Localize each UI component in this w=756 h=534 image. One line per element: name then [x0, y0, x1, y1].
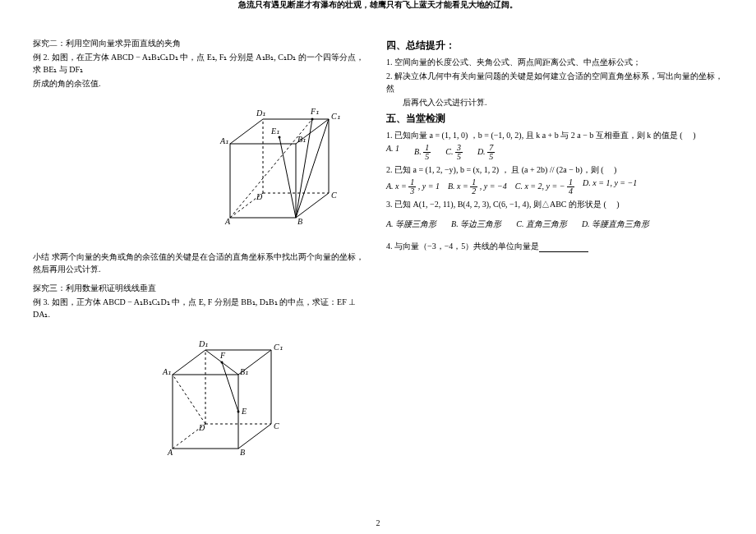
q1-optC-den: 5	[455, 153, 463, 161]
cube-figure-2: A B C D A₁ B₁ C₁ D₁ E F	[148, 325, 296, 473]
q3-stem-a: 3. 已知 A(1, −2, 11), B(4, 2, 3), C(6, −1,…	[386, 200, 606, 209]
svg-text:C: C	[331, 191, 337, 200]
q1-optD-den: 5	[487, 153, 495, 161]
explore3-title: 探究三：利用数量积证明线线垂直	[33, 282, 370, 294]
q3-options: A. 等腰三角形 B. 等边三角形 C. 直角三角形 D. 等腰直角三角形	[386, 219, 723, 230]
svg-text:A₁: A₁	[219, 136, 228, 145]
q3-stem: 3. 已知 A(1, −2, 11), B(4, 2, 3), C(6, −1,…	[386, 198, 723, 210]
q2-stem-a: 2. 已知 a = (1, 2, −y), b = (x, 1, 2) ， 且 …	[386, 165, 604, 174]
q2-optB-suf: , y = −4	[480, 182, 507, 191]
example2-line1: 例 2. 如图，在正方体 ABCD − A₁B₁C₁D₁ 中，点 E₁, F₁ …	[33, 51, 370, 76]
section5-title: 五、当堂检测	[386, 112, 723, 126]
q2-stem-b: )	[614, 165, 616, 174]
section4-title: 四、总结提升：	[386, 39, 723, 53]
svg-text:D₁: D₁	[198, 339, 208, 348]
svg-text:D: D	[256, 192, 263, 201]
section4-item1: 1. 空间向量的长度公式、夹角公式、两点间距离公式、中点坐标公式；	[386, 56, 723, 68]
q1-optC-prefix: C.	[445, 147, 453, 156]
q1-stem-b: )	[693, 131, 695, 140]
q2-optA: A. x = 13 , y = 1	[386, 178, 440, 196]
page-content: 探究二：利用空间向量求异面直线的夹角 例 2. 如图，在正方体 ABCD − A…	[0, 19, 756, 486]
cube-figure-1: A B C D A₁ B₁ C₁ D₁ E₁ F₁	[205, 94, 353, 242]
example3-line: 例 3. 如图，正方体 ABCD − A₁B₁C₁D₁ 中，点 E, F 分别是…	[33, 296, 370, 320]
svg-line-37	[222, 362, 238, 412]
q2-optC-den: 4	[567, 187, 574, 196]
q2-optB-pre: B. x =	[448, 182, 468, 191]
svg-line-33	[238, 424, 271, 449]
q2-optD: D. x = 1, y = −1	[583, 178, 637, 196]
q1-stem-a: 1. 已知向量 a = (1, 1, 0) ，b = (−1, 0, 2), 且…	[386, 131, 683, 140]
q1-optB-prefix: B.	[414, 147, 422, 156]
header-quote: 急流只有遇见断崖才有瀑布的壮观，雄鹰只有飞上蓝天才能看见大地的辽阔。	[0, 0, 756, 11]
svg-line-8	[296, 193, 329, 218]
svg-text:F₁: F₁	[310, 107, 319, 116]
q3-optB: B. 等边三角形	[451, 219, 501, 230]
svg-line-14	[296, 119, 329, 218]
q3-optA: A. 等腰三角形	[386, 219, 436, 230]
q4-blank	[539, 243, 588, 252]
page-number: 2	[376, 518, 380, 527]
q3-optC: C. 直角三角形	[516, 219, 567, 230]
q1-optA: A. 1	[386, 144, 399, 161]
summary2: 小结 求两个向量的夹角或角的余弦值的关键是在合适的直角坐标系中找出两个向量的坐标…	[33, 251, 370, 275]
q1-optD-prefix: D.	[477, 147, 486, 156]
q4-stem: 4. 与向量（−3，−4，5）共线的单位向量是	[386, 242, 539, 251]
svg-text:B: B	[240, 448, 245, 457]
example2-line2: 所成的角的余弦值.	[33, 77, 370, 90]
svg-text:E₁: E₁	[270, 127, 279, 136]
svg-text:D₁: D₁	[256, 108, 265, 117]
section4-item2b: 后再代入公式进行计算.	[403, 96, 723, 108]
q1-optB: B. 15	[414, 144, 431, 161]
q2-optA-pre: A. x =	[386, 182, 407, 191]
svg-text:B: B	[297, 217, 302, 226]
q3-stem-b: )	[616, 200, 619, 209]
q2-optB-den: 2	[470, 187, 477, 196]
explore2-title: 探究二：利用空间向量求异面直线的夹角	[33, 37, 370, 49]
q1-options: A. 1 B. 15 C. 35 D. 75	[386, 144, 723, 161]
svg-text:B₁: B₁	[240, 367, 248, 376]
svg-text:E: E	[241, 407, 247, 416]
svg-line-29	[173, 350, 205, 375]
svg-text:C: C	[274, 421, 279, 430]
q2-optA-suf: , y = 1	[418, 182, 440, 191]
svg-text:A: A	[224, 217, 231, 226]
q2-stem: 2. 已知 a = (1, 2, −y), b = (x, 1, 2) ， 且 …	[386, 163, 723, 176]
q3-optD: D. 等腰直角三角形	[582, 219, 649, 230]
q2-optA-den: 3	[408, 187, 416, 196]
q2-optC-pre: C. x = 2, y = −	[515, 182, 565, 191]
section4-item2a: 2. 解决立体几何中有关向量问题的关键是如何建立合适的空间直角坐标系，写出向量的…	[386, 70, 723, 94]
q2-options: A. x = 13 , y = 1 B. x = 12 , y = −4 C. …	[386, 178, 723, 196]
q1-optB-den: 5	[423, 153, 431, 161]
svg-line-4	[230, 119, 263, 144]
svg-text:C₁: C₁	[274, 343, 283, 352]
svg-text:C₁: C₁	[331, 112, 340, 121]
q2-optC: C. x = 2, y = − 14	[515, 178, 574, 196]
q2-optB: B. x = 12 , y = −4	[448, 178, 507, 196]
q4-stem-line: 4. 与向量（−3，−4，5）共线的单位向量是	[386, 240, 723, 252]
svg-text:B₁: B₁	[297, 135, 306, 144]
right-column: 四、总结提升： 1. 空间向量的长度公式、夹角公式、两点间距离公式、中点坐标公式…	[386, 35, 723, 478]
svg-text:D: D	[198, 423, 205, 432]
svg-text:F: F	[219, 351, 226, 360]
q1-stem: 1. 已知向量 a = (1, 1, 0) ，b = (−1, 0, 2), 且…	[386, 129, 723, 141]
svg-line-38	[173, 375, 205, 424]
q1-optC: C. 35	[445, 144, 463, 161]
left-column: 探究二：利用空间向量求异面直线的夹角 例 2. 如图，在正方体 ABCD − A…	[33, 35, 370, 478]
q1-optD: D. 75	[477, 144, 495, 161]
svg-line-13	[296, 119, 312, 218]
svg-text:A: A	[167, 448, 173, 457]
svg-text:A₁: A₁	[162, 367, 171, 376]
